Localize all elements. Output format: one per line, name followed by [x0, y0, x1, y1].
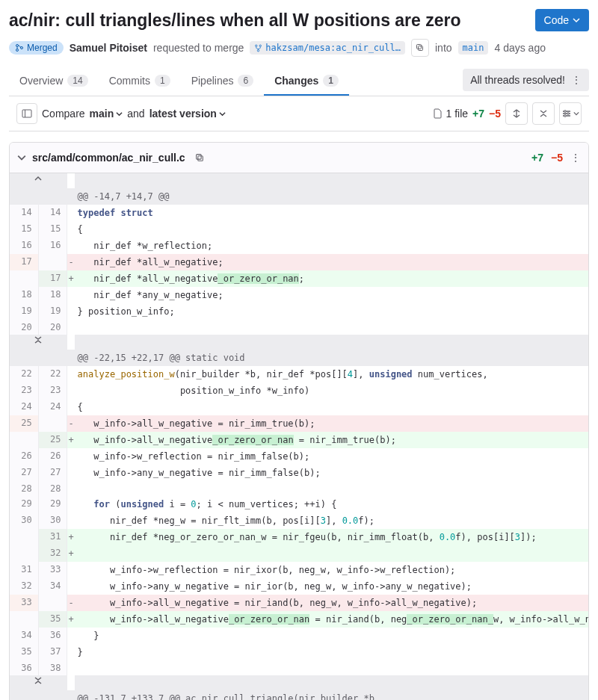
old-line-number[interactable]: 18 — [10, 287, 38, 303]
code-dropdown-button[interactable]: Code — [535, 9, 589, 31]
chevron-down-icon — [219, 111, 226, 117]
old-line-number[interactable]: 27 — [10, 465, 38, 481]
code-line: analyze_position_w(nir_builder *b, nir_d… — [75, 366, 589, 382]
old-line-number[interactable]: 15 — [10, 221, 38, 238]
old-line-number[interactable]: 32 — [10, 578, 38, 595]
new-line-number[interactable]: 26 — [38, 448, 67, 465]
old-line-number[interactable]: 16 — [10, 238, 38, 254]
new-line-number[interactable]: 28 — [38, 481, 67, 496]
old-line-number[interactable] — [10, 611, 38, 628]
new-line-number[interactable]: 27 — [38, 465, 67, 481]
old-line-number[interactable] — [10, 270, 38, 287]
collapse-all-button[interactable] — [532, 102, 555, 125]
collapse-icon — [538, 108, 549, 119]
old-line-number[interactable]: 20 — [10, 320, 38, 335]
file-tree-toggle-button[interactable] — [16, 103, 37, 124]
new-line-number[interactable]: 18 — [38, 287, 67, 303]
new-line-number[interactable]: 22 — [38, 366, 67, 382]
code-line: { — [75, 221, 589, 238]
expand-lines-button[interactable] — [10, 675, 67, 690]
old-line-number[interactable]: 17 — [10, 254, 38, 270]
code-line: nir_def *w_reflection; — [75, 238, 589, 254]
hunk-header: @@ -131,7 +133,7 @@ ac_nir_cull_triangle… — [75, 690, 589, 700]
new-line-number[interactable]: 38 — [38, 660, 67, 675]
old-line-number[interactable] — [10, 545, 38, 562]
expand-lines-button[interactable] — [10, 335, 67, 350]
new-line-number[interactable] — [38, 595, 67, 611]
threads-resolved-button[interactable]: All threads resolved! ⋮ — [463, 69, 589, 91]
old-line-number[interactable]: 29 — [10, 496, 38, 512]
old-line-number[interactable]: 25 — [10, 415, 38, 432]
old-line-number[interactable]: 33 — [10, 595, 38, 611]
old-line-number[interactable]: 34 — [10, 628, 38, 644]
new-line-number[interactable]: 30 — [38, 512, 67, 529]
new-line-number[interactable]: 34 — [38, 578, 67, 595]
new-line-number[interactable]: 31 — [38, 529, 67, 545]
compare-head-dropdown[interactable]: latest version — [150, 108, 226, 120]
kebab-icon: ⋮ — [571, 74, 582, 86]
new-line-number[interactable]: 19 — [38, 303, 67, 320]
code-line: w_info->w_reflection = nir_ixor(b, neg_w… — [75, 562, 589, 578]
new-line-number[interactable]: 32 — [38, 545, 67, 562]
new-line-number[interactable]: 14 — [38, 205, 67, 221]
old-line-number[interactable] — [10, 432, 38, 448]
tab-commits[interactable]: Commits 1 — [99, 67, 181, 96]
old-line-number[interactable]: 22 — [10, 366, 38, 382]
new-line-number[interactable] — [38, 254, 67, 270]
old-line-number[interactable]: 28 — [10, 481, 38, 496]
new-line-number[interactable]: 23 — [38, 382, 67, 399]
old-line-number[interactable]: 19 — [10, 303, 38, 320]
file-collapse-toggle[interactable] — [17, 153, 26, 162]
new-line-number[interactable]: 35 — [38, 611, 67, 628]
new-line-number[interactable]: 17 — [38, 270, 67, 287]
tab-label: Pipelines — [191, 75, 234, 87]
new-line-number[interactable]: 24 — [38, 399, 67, 415]
compare-base-value: main — [90, 108, 114, 120]
old-line-number[interactable]: 31 — [10, 562, 38, 578]
requested-text: requested to merge — [153, 42, 244, 54]
tab-overview[interactable]: Overview 14 — [9, 67, 99, 96]
old-line-number[interactable]: 36 — [10, 660, 38, 675]
author-link[interactable]: Samuel Pitoiset — [70, 42, 147, 54]
file-icon — [434, 108, 443, 119]
target-branch-link[interactable]: main — [458, 41, 489, 55]
old-line-number[interactable]: 30 — [10, 512, 38, 529]
svg-point-5 — [258, 49, 259, 51]
old-line-number[interactable] — [10, 529, 38, 545]
new-line-number[interactable]: 20 — [38, 320, 67, 335]
copy-icon — [416, 43, 425, 52]
code-line: } — [75, 628, 589, 644]
new-line-number[interactable]: 33 — [38, 562, 67, 578]
source-branch-link[interactable]: hakzsam/mesa:ac_nir_cull… — [250, 41, 405, 55]
tab-pipelines[interactable]: Pipelines 6 — [181, 67, 265, 96]
file-actions-menu[interactable]: ⋮ — [570, 152, 581, 164]
copy-file-path-button[interactable] — [191, 149, 209, 167]
old-line-number[interactable]: 35 — [10, 644, 38, 660]
diff-settings-button[interactable] — [559, 102, 582, 125]
expand-lines-button[interactable] — [10, 173, 67, 188]
new-line-number[interactable]: 25 — [38, 432, 67, 448]
old-line-number[interactable]: 23 — [10, 382, 38, 399]
new-line-number[interactable] — [38, 415, 67, 432]
tab-changes[interactable]: Changes 1 — [264, 67, 349, 96]
new-line-number[interactable]: 37 — [38, 644, 67, 660]
code-line: w_info->any_w_negative = nir_imm_false(b… — [75, 465, 589, 481]
new-line-number[interactable]: 16 — [38, 238, 67, 254]
svg-point-3 — [256, 45, 257, 46]
file-path[interactable]: src/amd/common/ac_nir_cull.c — [32, 152, 185, 164]
hunk-header: @@ -22,15 +22,17 @@ static void — [75, 350, 589, 366]
expand-all-button[interactable] — [505, 102, 528, 125]
copy-source-branch-button[interactable] — [411, 39, 429, 57]
code-line: position_w_info *w_info) — [75, 382, 589, 399]
new-line-number[interactable]: 29 — [38, 496, 67, 512]
old-line-number[interactable]: 24 — [10, 399, 38, 415]
old-line-number[interactable]: 14 — [10, 205, 38, 221]
old-line-number[interactable]: 26 — [10, 448, 38, 465]
new-line-number[interactable]: 15 — [38, 221, 67, 238]
chevron-down-icon — [573, 111, 579, 117]
svg-rect-7 — [416, 45, 421, 49]
compare-head-value: latest version — [150, 108, 217, 120]
compare-base-dropdown[interactable]: main — [90, 108, 123, 120]
copy-icon — [195, 153, 205, 163]
new-line-number[interactable]: 36 — [38, 628, 67, 644]
